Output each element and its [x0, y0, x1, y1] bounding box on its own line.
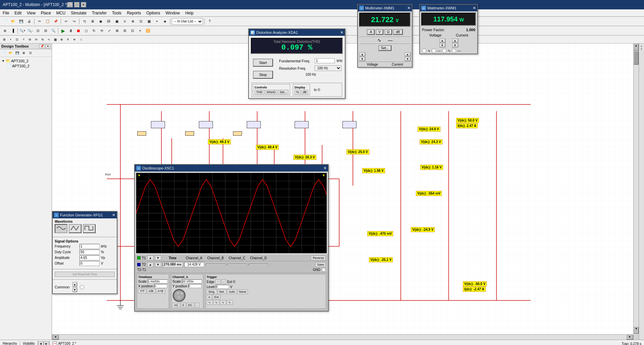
wm-radio4[interactable] — [452, 49, 456, 53]
tb-btn3[interactable]: ◉ — [97, 18, 104, 25]
osc-wave2[interactable]: ∿ — [213, 300, 219, 305]
da-set-btn[interactable]: Set... — [278, 90, 288, 94]
osc-knob[interactable]: D B C — [172, 289, 186, 302]
tree-item-root[interactable]: ▼ 📁 APT100_2 — [1, 58, 50, 63]
tb2-btn2[interactable]: ▐ — [9, 27, 16, 34]
redo-btn[interactable]: ↪ — [70, 18, 78, 25]
fg-duty-input[interactable] — [79, 250, 100, 255]
mm-arr-up1[interactable]: ▲ — [359, 52, 365, 56]
fg-triangle-btn[interactable] — [69, 224, 82, 233]
tb2-zoom-area[interactable]: ⊟ — [42, 27, 49, 34]
osc-reverse-btn[interactable]: Reverse — [311, 256, 326, 260]
simulate-pause[interactable]: ⏸ — [67, 27, 74, 34]
da-stop-btn[interactable]: Stop — [253, 71, 273, 79]
new-btn[interactable]: 📄 — [1, 18, 9, 25]
osc-edge-down[interactable]: ↓ — [221, 279, 226, 284]
osc-chA-ypos-input[interactable] — [188, 284, 202, 288]
osc-edge-up[interactable]: ↑ — [215, 279, 220, 284]
osc-level-input[interactable] — [216, 285, 229, 289]
scrollbar-horizontal[interactable]: ◄ ► — [52, 334, 633, 340]
osc-aplusb-btn[interactable]: A+B — [156, 289, 165, 293]
menu-options[interactable]: Options — [144, 10, 163, 16]
tb2-zoom-out[interactable]: 🔍- — [26, 27, 34, 34]
fg-square-btn[interactable] — [83, 224, 96, 233]
da-thd-btn[interactable]: THD — [255, 90, 264, 94]
inst-btn6[interactable]: H — [33, 37, 39, 43]
menu-transfer[interactable]: Transfer — [89, 10, 109, 16]
osc-wave4[interactable]: ∿ — [227, 300, 233, 305]
tb2-zoom-pct[interactable]: 🔍 — [50, 27, 57, 34]
tb2-btn6[interactable]: ⤢ — [106, 27, 113, 34]
osc-timescale-input[interactable] — [148, 279, 168, 283]
osc-t2-down[interactable]: ▼ — [155, 262, 161, 267]
menu-tools[interactable]: Tools — [109, 10, 124, 16]
fg-offset-input[interactable] — [79, 261, 100, 266]
wm-arr-up1[interactable]: ▲ — [439, 39, 445, 43]
fg-rise-btn[interactable]: Set Rise/Fall Time — [55, 272, 115, 277]
toolbox-close-btn[interactable]: ✕ — [46, 44, 50, 48]
inst-btn1[interactable]: ⊞ — [1, 37, 7, 43]
open-btn[interactable]: 📂 — [9, 18, 17, 25]
wm-title-bar[interactable]: W Wattmeter-XWM1 ✕ — [420, 5, 477, 11]
mm-title-bar[interactable]: V Multimeter-XMM1 ✕ — [358, 5, 412, 11]
hierarchy-tab[interactable]: Hierarchy — [0, 341, 20, 345]
menu-reports[interactable]: Reports — [124, 10, 144, 16]
tb-btn9[interactable]: ▦ — [145, 18, 153, 25]
osc-a-btn[interactable]: A — [207, 295, 212, 299]
save-btn[interactable]: 💾 — [17, 18, 25, 25]
osc-nor-btn[interactable]: Nor. — [218, 289, 227, 294]
mm-arr-up2[interactable]: ▲ — [405, 52, 411, 56]
osc-none-btn[interactable]: None — [237, 289, 248, 294]
minimize-btn[interactable]: _ — [67, 2, 73, 7]
osc-chA-scale-input[interactable] — [182, 279, 202, 283]
toolbox-new[interactable]: 📄 — [1, 50, 7, 56]
mm-arr-down1[interactable]: ▼ — [359, 57, 365, 61]
toolbox-tb1[interactable]: ⊞ — [21, 50, 27, 56]
inst-btn9[interactable]: ▦ — [52, 37, 58, 43]
osc-minus-btn[interactable]: - — [195, 303, 199, 307]
visibility-tab[interactable]: Visibility — [20, 341, 38, 345]
wm-radio1[interactable] — [422, 49, 426, 53]
mm-v-btn[interactable]: V — [376, 29, 383, 35]
inst-btn2[interactable]: + — [8, 37, 14, 43]
osc-save-btn[interactable]: Save — [315, 262, 326, 267]
inst-btn10[interactable]: ⊗ — [59, 37, 65, 43]
tb-btn6[interactable]: ⎊ — [121, 18, 128, 25]
in-use-list[interactable]: -- In Use List -- — [172, 18, 203, 25]
oscilloscope-close[interactable]: ✕ — [323, 166, 327, 170]
tb2-btn1[interactable]: ⊞ — [1, 27, 9, 34]
osc-t1-up[interactable]: ▲ — [147, 256, 154, 260]
mm-set-btn[interactable]: Set... — [378, 45, 391, 51]
inst-btn13[interactable]: ⎍ — [78, 37, 84, 43]
fg-title-bar[interactable]: ∿ Function Generator-XFG1 ✕ — [53, 212, 117, 218]
da-close[interactable]: ✕ — [340, 30, 343, 35]
osc-auto-btn[interactable]: Auto — [227, 289, 237, 294]
wm-radio2[interactable] — [432, 49, 436, 53]
tb-btn1[interactable]: T| — [81, 18, 88, 25]
osc-t2-up[interactable]: ▲ — [147, 262, 154, 267]
osc-gnd-radio[interactable] — [322, 268, 326, 272]
tb2-btn4[interactable]: ↻ — [90, 27, 98, 34]
da-fund-input[interactable] — [315, 58, 335, 63]
menu-file[interactable]: File — [0, 10, 12, 16]
da-pct-btn[interactable]: % — [294, 90, 301, 94]
tb2-btn10[interactable]: ⌖ — [137, 27, 144, 34]
undo-btn[interactable]: ↩ — [62, 18, 70, 25]
toolbox-open[interactable]: 📂 — [7, 50, 13, 56]
fg-common-up[interactable]: ▲ — [72, 282, 77, 287]
inst-btn7[interactable]: N — [40, 37, 46, 43]
copy-btn[interactable]: 📋 — [44, 18, 51, 25]
wm-arr-up2[interactable]: ▲ — [452, 39, 458, 43]
tb-btn4[interactable]: Ⓜ — [105, 18, 112, 25]
da-start-btn[interactable]: Start — [253, 59, 273, 67]
da-res-select[interactable]: 100 Hz 10 Hz 1 Hz — [315, 65, 341, 71]
help-btn[interactable]: ? — [206, 18, 213, 25]
osc-sing-btn[interactable]: Sing. — [207, 289, 217, 294]
simulate-run[interactable]: ▶ — [59, 27, 67, 34]
tb2-zoom-in[interactable]: 🔍+ — [19, 27, 26, 34]
tb2-btn11[interactable]: 🔀 — [144, 27, 152, 34]
menu-mcu[interactable]: MCU — [54, 10, 68, 16]
fg-close[interactable]: ✕ — [112, 213, 115, 217]
wm-radio3[interactable] — [442, 49, 446, 53]
mm-arr-down2[interactable]: ▼ — [405, 57, 411, 61]
